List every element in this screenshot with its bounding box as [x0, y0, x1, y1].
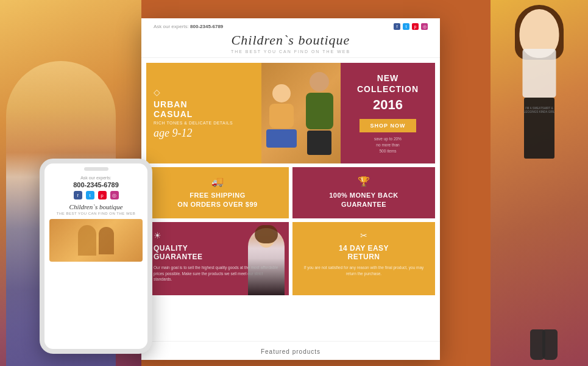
diamond-icon: ◇	[154, 87, 254, 97]
bottom-grid: ☀ QUALITY GUARANTEE Our main goal is to …	[146, 222, 435, 295]
return-card: ✂ 14 day easy return If you are not sati…	[292, 222, 435, 295]
mobile-site-title: Children`s boutique	[69, 203, 123, 210]
site-body: ◇ URBAN CASUAL RICH TONES & DELICATE DET…	[141, 58, 440, 341]
free-shipping-card: 🚚 Free shipping on orders over $99	[146, 167, 289, 218]
girl2-head	[310, 72, 329, 92]
hero-tag-urban: URBAN	[154, 99, 254, 109]
site-subtitle: THE BEST YOU CAN FIND ON THE WEB	[154, 49, 428, 54]
ask-experts-text: Ask our experts: 800-2345-6789	[154, 24, 223, 29]
mobile-facebook-icon: f	[74, 191, 82, 199]
right-background: I'M A SWEATSHIRT & LEGGINGS KINDA GIRL	[491, 0, 588, 366]
return-icon: ✂	[360, 231, 367, 240]
pinterest-icon[interactable]: p	[412, 23, 419, 30]
shirt-text: I'M A SWEATSHIRT & LEGGINGS KINDA GIRL	[523, 107, 555, 114]
feature-grid: 🚚 Free shipping on orders over $99 🏆 100…	[146, 167, 435, 218]
girl-figure-1	[264, 84, 298, 163]
mobile-banner	[49, 219, 143, 262]
hero-tag-casual: CASUAL	[154, 109, 254, 119]
featured-label: Featured products	[261, 348, 321, 355]
mobile-banner-img	[49, 219, 143, 262]
hero-age: age 9-12	[154, 127, 254, 140]
quality-icon: ☀	[154, 231, 161, 240]
money-back-title: 100% money back GUARANTEE	[329, 191, 398, 210]
mobile-instagram-icon: ◎	[110, 191, 119, 199]
hero-left-panel: ◇ URBAN CASUAL RICH TONES & DELICATE DET…	[146, 63, 261, 163]
mobile-ask-label: Ask our experts:	[80, 176, 112, 180]
hero-banner: ◇ URBAN CASUAL RICH TONES & DELICATE DET…	[146, 63, 435, 163]
mobile-content: Ask our experts: 800-2345-6789 f t p ◎ C…	[44, 173, 147, 349]
header-social: f t p ◎	[394, 23, 428, 30]
twitter-icon[interactable]: t	[403, 23, 409, 30]
hero-girls-image	[261, 63, 341, 163]
girl-leg-right	[542, 329, 558, 360]
hero-save-desc: save up to 20% no more than 500 items	[374, 136, 402, 154]
return-title: 14 day easy return	[339, 244, 389, 261]
mobile-twitter-icon: t	[86, 191, 94, 199]
website-container: Ask our experts: 800-2345-6789 f t p ◎ C…	[141, 18, 440, 360]
shipping-title: Free shipping on orders over $99	[177, 191, 257, 210]
featured-footer: Featured products	[141, 341, 440, 360]
mobile-notch	[84, 167, 108, 171]
year-label: 2016	[373, 97, 403, 113]
hero-right-panel: NEW COLLECTION 2016 shop now save up to …	[341, 63, 435, 163]
new-collection-label: NEW COLLECTION	[348, 73, 428, 95]
site-title: Children`s boutique	[154, 32, 428, 48]
mini-girl	[78, 225, 96, 256]
return-text: If you are not satisfied for any reason …	[300, 265, 428, 277]
girl-shirt	[523, 49, 556, 98]
instagram-icon[interactable]: ◎	[421, 23, 428, 30]
mobile-phone-mockup: Ask our experts: 800-2345-6789 f t p ◎ C…	[40, 159, 152, 354]
header-top: Ask our experts: 800-2345-6789 f t p ◎	[154, 23, 428, 30]
money-icon: 🏆	[358, 176, 370, 187]
quality-card-girl	[243, 225, 289, 295]
girl2-jacket	[306, 93, 333, 129]
girl-figure-2	[301, 72, 338, 163]
girl1-head	[272, 84, 291, 102]
mobile-site-subtitle: THE BEST YOU CAN FIND ON THE WEB	[57, 212, 135, 215]
phone-number: 800-2345-6789	[190, 24, 223, 29]
mini-girl-2	[99, 227, 114, 254]
facebook-icon[interactable]: f	[394, 23, 400, 30]
money-back-card: 🏆 100% money back GUARANTEE	[292, 167, 435, 218]
shop-now-button[interactable]: shop now	[360, 119, 417, 132]
girls-figure	[261, 63, 341, 163]
hero-description: RICH TONES & DELICATE DETAILS	[154, 121, 254, 125]
quality-guarantee-card: ☀ QUALITY GUARANTEE Our main goal is to …	[146, 222, 289, 295]
girl1-body	[269, 104, 294, 128]
mobile-phone-number: 800-2345-6789	[73, 181, 119, 188]
quality-title: QUALITY GUARANTEE	[154, 244, 203, 261]
ask-label: Ask our experts:	[154, 24, 189, 29]
card-girl-hair	[255, 225, 278, 243]
girl2-pants	[307, 131, 331, 155]
mobile-pinterest-icon: p	[98, 191, 107, 199]
mobile-social-icons: f t p ◎	[74, 191, 119, 199]
girl1-pants	[266, 129, 297, 148]
site-header: Ask our experts: 800-2345-6789 f t p ◎ C…	[141, 18, 440, 58]
shipping-icon: 🚚	[211, 176, 224, 187]
right-girl-silhouette: I'M A SWEATSHIRT & LEGGINGS KINDA GIRL	[491, 0, 588, 366]
